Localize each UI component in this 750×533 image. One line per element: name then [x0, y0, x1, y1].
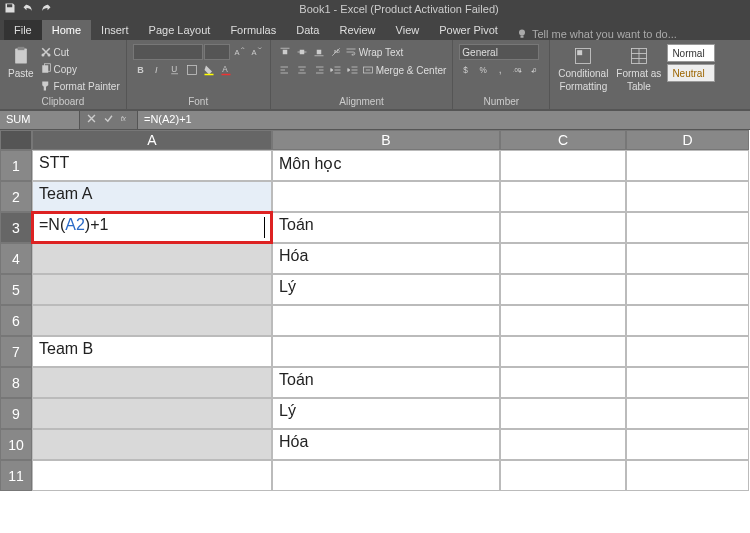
- undo-icon[interactable]: [22, 2, 34, 17]
- align-right-icon[interactable]: [311, 62, 327, 78]
- cancel-formula-icon[interactable]: [86, 113, 97, 127]
- cell-a6[interactable]: [32, 305, 272, 336]
- increase-indent-icon[interactable]: [345, 62, 361, 78]
- tab-formulas[interactable]: Formulas: [220, 20, 286, 40]
- fx-icon[interactable]: fx: [120, 113, 131, 127]
- cell-b5[interactable]: Lý: [272, 274, 500, 305]
- tab-home[interactable]: Home: [42, 20, 91, 40]
- align-top-icon[interactable]: [277, 44, 293, 60]
- cell-c6[interactable]: [500, 305, 626, 336]
- cell-a7[interactable]: Team B: [32, 336, 272, 367]
- fill-color-icon[interactable]: [201, 62, 217, 78]
- underline-icon[interactable]: U: [167, 62, 183, 78]
- tell-me-search[interactable]: Tell me what you want to do...: [508, 28, 685, 40]
- cell-b4[interactable]: Hóa: [272, 243, 500, 274]
- cell-c3[interactable]: [500, 212, 626, 243]
- bold-icon[interactable]: B: [133, 62, 149, 78]
- cell-b6[interactable]: [272, 305, 500, 336]
- percent-format-icon[interactable]: %: [476, 62, 492, 78]
- tab-view[interactable]: View: [386, 20, 430, 40]
- cell-c4[interactable]: [500, 243, 626, 274]
- cell-b11[interactable]: [272, 460, 500, 491]
- orientation-icon[interactable]: ab: [328, 44, 344, 60]
- col-header-b[interactable]: B: [272, 130, 500, 150]
- cell-c9[interactable]: [500, 398, 626, 429]
- tab-page-layout[interactable]: Page Layout: [139, 20, 221, 40]
- row-header[interactable]: 1: [0, 150, 32, 181]
- cell-a10[interactable]: [32, 429, 272, 460]
- increase-font-icon[interactable]: A: [231, 44, 247, 60]
- cell-a11[interactable]: [32, 460, 272, 491]
- cell-a4[interactable]: [32, 243, 272, 274]
- cell-d8[interactable]: [626, 367, 749, 398]
- col-header-c[interactable]: C: [500, 130, 626, 150]
- merge-center-button[interactable]: Merge & Center: [362, 62, 447, 78]
- cell-style-normal[interactable]: Normal: [667, 44, 715, 62]
- row-header[interactable]: 4: [0, 243, 32, 274]
- cut-button[interactable]: Cut: [40, 44, 120, 60]
- enter-formula-icon[interactable]: [103, 113, 114, 127]
- format-painter-button[interactable]: Format Painter: [40, 78, 120, 94]
- cell-d3[interactable]: [626, 212, 749, 243]
- tab-file[interactable]: File: [4, 20, 42, 40]
- row-header[interactable]: 7: [0, 336, 32, 367]
- cell-a2[interactable]: Team A: [32, 181, 272, 212]
- cell-d6[interactable]: [626, 305, 749, 336]
- cell-d10[interactable]: [626, 429, 749, 460]
- paste-button[interactable]: Paste: [6, 44, 36, 94]
- row-header[interactable]: 6: [0, 305, 32, 336]
- cell-a3-editing[interactable]: =N(A2)+1: [32, 212, 272, 243]
- cell-c10[interactable]: [500, 429, 626, 460]
- tab-insert[interactable]: Insert: [91, 20, 139, 40]
- row-header[interactable]: 9: [0, 398, 32, 429]
- col-header-a[interactable]: A: [32, 130, 272, 150]
- save-icon[interactable]: [4, 2, 16, 17]
- align-left-icon[interactable]: [277, 62, 293, 78]
- cell-c2[interactable]: [500, 181, 626, 212]
- select-all-corner[interactable]: [0, 130, 32, 150]
- row-header[interactable]: 2: [0, 181, 32, 212]
- conditional-formatting-button[interactable]: Conditional Formatting: [556, 44, 610, 94]
- name-box[interactable]: SUM: [0, 111, 80, 129]
- font-family-select[interactable]: [133, 44, 203, 60]
- cell-b2[interactable]: [272, 181, 500, 212]
- cell-a9[interactable]: [32, 398, 272, 429]
- cell-c5[interactable]: [500, 274, 626, 305]
- align-bottom-icon[interactable]: [311, 44, 327, 60]
- cell-d7[interactable]: [626, 336, 749, 367]
- align-middle-icon[interactable]: [294, 44, 310, 60]
- cell-b9[interactable]: Lý: [272, 398, 500, 429]
- cell-a1[interactable]: STT: [32, 150, 272, 181]
- font-size-select[interactable]: [204, 44, 230, 60]
- cell-b10[interactable]: Hóa: [272, 429, 500, 460]
- wrap-text-button[interactable]: Wrap Text: [345, 44, 404, 60]
- cell-c8[interactable]: [500, 367, 626, 398]
- cell-a5[interactable]: [32, 274, 272, 305]
- cell-b7[interactable]: [272, 336, 500, 367]
- cell-d4[interactable]: [626, 243, 749, 274]
- row-header[interactable]: 8: [0, 367, 32, 398]
- cell-style-neutral[interactable]: Neutral: [667, 64, 715, 82]
- cell-c7[interactable]: [500, 336, 626, 367]
- number-format-select[interactable]: [459, 44, 539, 60]
- cell-d1[interactable]: [626, 150, 749, 181]
- redo-icon[interactable]: [40, 2, 52, 17]
- decrease-indent-icon[interactable]: [328, 62, 344, 78]
- copy-button[interactable]: Copy: [40, 61, 120, 77]
- col-header-d[interactable]: D: [626, 130, 749, 150]
- row-header[interactable]: 10: [0, 429, 32, 460]
- increase-decimal-icon[interactable]: .00: [510, 62, 526, 78]
- tab-power-pivot[interactable]: Power Pivot: [429, 20, 508, 40]
- cell-b3[interactable]: Toán: [272, 212, 500, 243]
- cell-d5[interactable]: [626, 274, 749, 305]
- cell-c1[interactable]: [500, 150, 626, 181]
- comma-format-icon[interactable]: ,: [493, 62, 509, 78]
- row-header[interactable]: 11: [0, 460, 32, 491]
- cell-a8[interactable]: [32, 367, 272, 398]
- cell-b1[interactable]: Môn học: [272, 150, 500, 181]
- tab-data[interactable]: Data: [286, 20, 329, 40]
- cell-b8[interactable]: Toán: [272, 367, 500, 398]
- row-header[interactable]: 5: [0, 274, 32, 305]
- borders-icon[interactable]: [184, 62, 200, 78]
- cell-d11[interactable]: [626, 460, 749, 491]
